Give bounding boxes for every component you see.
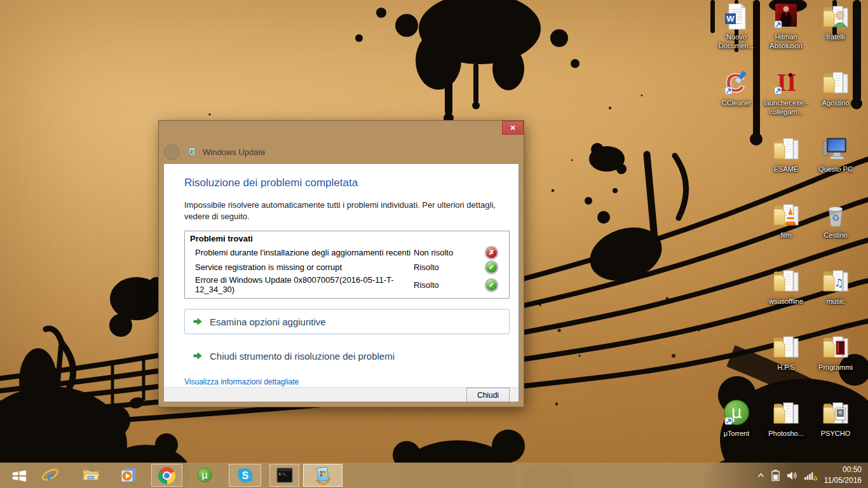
word-document-icon <box>721 1 752 32</box>
green-arrow-icon <box>193 316 203 327</box>
desktop-icons-grid: Nuovo Documen... Hitman Absolution frate… <box>712 1 860 464</box>
desktop-icon-utorrent[interactable]: μTorrent <box>712 398 761 464</box>
problem-status: Risolto <box>414 280 485 290</box>
windows-update-icon <box>187 147 198 157</box>
desktop-icon-questo-pc[interactable]: Questo PC <box>811 133 860 200</box>
folder-photo-icon <box>820 398 851 428</box>
table-row: Problemi durante l'installazione degli a… <box>185 245 509 260</box>
taskbar-windows-update-troubleshooter[interactable] <box>303 464 342 487</box>
dialog-footer: Chiudi <box>164 387 519 402</box>
hitman-shortcut-icon <box>771 1 801 32</box>
problem-status: Non risolto <box>414 248 485 257</box>
taskbar-utorrent[interactable] <box>190 464 219 487</box>
detailed-info-link[interactable]: Visualizza informazioni dettagliate <box>184 377 299 386</box>
page-title: Risoluzione dei problemi completata <box>184 177 510 189</box>
problem-text: Service registration is missing or corru… <box>195 262 414 272</box>
taskbar-file-explorer[interactable] <box>77 464 105 487</box>
desktop-icon-esame[interactable]: ESAME <box>761 133 811 200</box>
option-chiudi-strumento[interactable]: Chiudi strumento di risoluzione dei prob… <box>184 343 510 369</box>
desktop-icon-hitman-absolution[interactable]: Hitman Absolution <box>761 1 811 67</box>
volume-icon[interactable] <box>787 471 797 480</box>
folder-icon <box>820 67 851 98</box>
internet-explorer-icon: e <box>41 466 60 485</box>
desktop-icon-cestino[interactable]: Cestino <box>811 200 860 266</box>
skype-icon: S <box>236 466 254 484</box>
utorrent-icon <box>196 466 214 484</box>
chrome-icon <box>158 467 175 484</box>
table-row: Service registration is missing or corru… <box>185 260 509 274</box>
desktop-icon-agostino[interactable]: Agostino <box>811 67 860 133</box>
folder-person-icon <box>820 1 851 32</box>
error-status-icon: ✗ <box>485 246 498 259</box>
windows-logo-icon <box>10 467 27 484</box>
desktop-icon-ccleaner[interactable]: CCleaner <box>712 67 761 133</box>
ok-status-icon: ✓ <box>485 261 498 274</box>
folder-icon <box>771 266 801 296</box>
desktop-icon-photoshop[interactable]: Photosho... <box>761 398 811 464</box>
taskbar-command-prompt[interactable]: C:\_ <box>269 464 299 487</box>
dialog-description: Impossibile risolvere automaticamente tu… <box>184 200 510 222</box>
recycle-bin-icon <box>820 200 851 230</box>
taskbar: e <box>0 463 868 488</box>
taskbar-media-player[interactable] <box>114 464 142 487</box>
computer-icon <box>820 133 851 164</box>
desktop-icon-music[interactable]: music <box>811 266 860 332</box>
ccleaner-shortcut-icon <box>721 67 752 98</box>
dialog-titlebar: Windows Update <box>164 144 265 160</box>
desktop-icon-psycho[interactable]: PSYCHO <box>811 398 860 464</box>
desktop: Nuovo Documen... Hitman Absolution frate… <box>0 0 868 488</box>
problem-text: Problemi durante l'installazione degli a… <box>195 248 414 257</box>
back-button[interactable] <box>164 144 180 160</box>
green-arrow-icon <box>193 351 203 361</box>
desktop-icon-programmi[interactable]: Programmi <box>811 332 860 398</box>
dialog-body: Risoluzione dei problemi completata Impo… <box>164 164 519 402</box>
back-arrow-icon <box>168 148 176 156</box>
svg-text:C:\_: C:\_ <box>278 472 287 477</box>
problem-status: Risolto <box>414 262 485 272</box>
desktop-icon-nuovo-documento[interactable]: Nuovo Documen... <box>712 1 761 67</box>
folder-program-icon <box>820 332 851 362</box>
taskbar-skype[interactable]: S <box>229 464 261 487</box>
show-hidden-icons-chevron[interactable] <box>757 473 764 478</box>
battery-icon[interactable] <box>771 470 780 481</box>
taskbar-clock[interactable]: 00:50 11/05/2016 <box>824 464 862 487</box>
folder-music-icon <box>820 266 851 296</box>
tray-date: 11/05/2016 <box>824 475 862 486</box>
close-icon[interactable]: ✕ <box>502 121 524 135</box>
svg-text:e: e <box>47 468 53 484</box>
folder-vlc-icon <box>771 200 801 230</box>
folder-icon <box>771 332 801 362</box>
desktop-icon-hps[interactable]: H.P.S <box>761 332 811 398</box>
problems-table: Problemi trovati Problemi durante l'inst… <box>184 231 510 299</box>
troubleshooter-icon <box>313 466 332 485</box>
problem-text: Errore di Windows Update 0x80070057(2016… <box>195 275 414 294</box>
folder-icon <box>771 398 801 428</box>
folder-icon <box>771 133 801 164</box>
taskbar-chrome[interactable] <box>151 464 182 487</box>
chiudi-button[interactable]: Chiudi <box>466 388 510 402</box>
windows-update-troubleshooter-window: ✕ Windows Update Risoluzione dei problem… <box>159 121 524 407</box>
problems-table-header: Problemi trovati <box>185 231 509 245</box>
mafia2-shortcut-icon <box>771 67 801 98</box>
svg-text:S: S <box>241 470 248 481</box>
desktop-icon-launcher-exe[interactable]: launcher.exe - collegam... <box>761 67 811 133</box>
taskbar-internet-explorer[interactable]: e <box>37 464 64 487</box>
network-warning-icon[interactable] <box>804 470 817 480</box>
table-row: Errore di Windows Update 0x80070057(2016… <box>185 274 509 295</box>
file-explorer-icon <box>81 466 100 485</box>
utorrent-shortcut-icon <box>721 398 752 428</box>
windows-media-player-icon <box>119 466 138 485</box>
desktop-icon-film[interactable]: film <box>761 200 811 266</box>
desktop-icon-wsusoffline[interactable]: wsusoffline <box>761 266 811 332</box>
dialog-title: Windows Update <box>203 147 265 157</box>
start-button[interactable] <box>4 464 33 487</box>
tray-time: 00:50 <box>824 464 862 475</box>
ok-status-icon: ✓ <box>485 278 498 292</box>
option-esamina-opzioni[interactable]: Esamina opzioni aggiuntive <box>184 309 510 334</box>
desktop-icon-fratelli[interactable]: fratelli <box>811 1 860 67</box>
command-prompt-icon: C:\_ <box>276 467 294 484</box>
system-tray: 00:50 11/05/2016 <box>757 463 868 488</box>
